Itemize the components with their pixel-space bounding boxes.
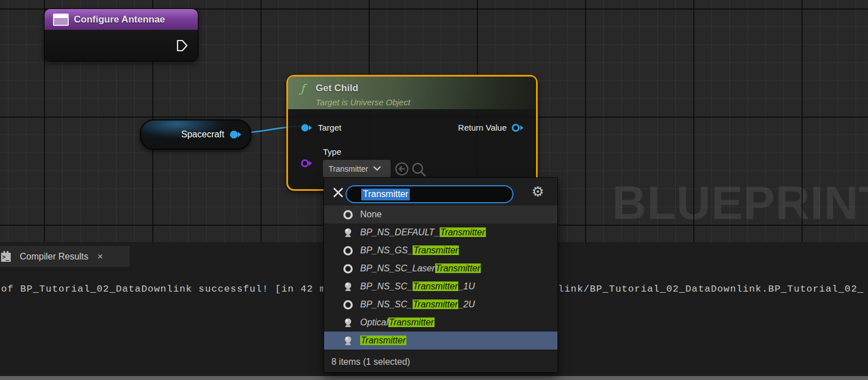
search-input[interactable]: Transmitter [346, 185, 513, 203]
browse-search-icon [413, 164, 426, 176]
dropdown-list: NoneBP_NS_DEFAULT_TransmitterBP_NS_GS_Tr… [324, 205, 557, 350]
list-item[interactable]: BP_NS_GS_Transmitter [324, 242, 557, 260]
list-item-label: BP_NS_SC_Transmitter_2U [360, 299, 475, 310]
class-circle-icon [341, 263, 355, 274]
actor-icon [341, 318, 355, 328]
list-item-label: BP_NS_DEFAULT_Transmitter [360, 227, 486, 238]
search-input-selected-text: Transmitter [361, 189, 410, 200]
spacecraft-output-pin[interactable] [229, 129, 242, 140]
spacecraft-node[interactable]: Spacecraft [140, 119, 251, 150]
tab-close-icon[interactable]: × [98, 251, 103, 262]
actor-icon [341, 227, 355, 238]
horizontal-scrollbar[interactable] [0, 376, 868, 380]
compiler-log-text: link/BP_Tutorial_02_DataDownlink.BP_Tuto… [558, 284, 868, 294]
return-value-pin-label: Return Value [458, 123, 507, 132]
list-item[interactable]: BP_NS_DEFAULT_Transmitter [324, 223, 557, 242]
class-picker-dropdown: Transmitter ⚙ NoneBP_NS_DEFAULT_Transmit… [324, 177, 558, 373]
asset-utility-icons [394, 161, 435, 177]
actor-icon [341, 281, 355, 292]
return-value-output-pin[interactable] [510, 123, 525, 133]
configure-antennae-node[interactable]: Configure Antennae [44, 8, 198, 61]
configure-antennae-header: Configure Antennae [45, 9, 198, 30]
target-input-pin[interactable] [299, 123, 314, 133]
list-item[interactable]: Transmitter [324, 332, 557, 350]
node-title: Configure Antennae [74, 14, 165, 25]
blueprint-editor: BLUEPRINT Configure Antennae Spacecraft [0, 0, 868, 380]
actor-icon [341, 336, 355, 346]
list-item-label: Transmitter [360, 336, 406, 346]
class-circle-icon [341, 245, 355, 256]
target-pin-label: Target [318, 123, 342, 132]
use-selected-icon [396, 163, 408, 175]
list-item[interactable]: OpticalTransmitter [324, 314, 557, 332]
type-dropdown[interactable]: Transmitter [323, 160, 391, 177]
type-pin-label: Type [323, 147, 342, 157]
spacecraft-label: Spacecraft [181, 129, 224, 140]
list-item-label: BP_NS_GS_Transmitter [360, 245, 459, 256]
class-circle-icon [341, 209, 355, 220]
compiler-results-tab[interactable]: >_ Compiler Results × [0, 246, 130, 267]
dropdown-footer: 8 items (1 selected) [324, 350, 557, 373]
list-item[interactable]: BP_NS_SC_LaserTransmitter [324, 260, 557, 278]
compiler-results-icon: >_ [1, 250, 13, 263]
type-input-pin[interactable] [299, 158, 314, 168]
clear-search-icon[interactable] [332, 186, 344, 199]
list-item-label: BP_NS_SC_LaserTransmitter [360, 263, 481, 274]
chevron-down-icon [373, 166, 381, 171]
list-item[interactable]: BP_NS_SC_Transmitter_2U [324, 296, 557, 314]
exec-output-pin[interactable] [176, 39, 188, 52]
list-item-label: None [360, 209, 382, 220]
list-item[interactable]: None [324, 205, 557, 223]
node-title: Get Child [316, 83, 358, 94]
items-count-label: 8 items (1 selected) [331, 357, 410, 367]
settings-gear-icon[interactable]: ⚙ [532, 184, 544, 200]
class-circle-icon [341, 299, 355, 310]
list-item-label: OpticalTransmitter [360, 318, 435, 328]
get-child-node[interactable]: ƒ Get Child Target is Universe Object Ta… [286, 75, 538, 191]
compiler-log-text: of BP_Tutorial_02_DataDownlink successfu… [1, 284, 324, 294]
list-item[interactable]: BP_NS_SC_Transmitter_1U [324, 278, 557, 296]
tab-label: Compiler Results [20, 252, 88, 262]
macro-icon [53, 14, 69, 26]
svg-text:>_: >_ [2, 254, 10, 261]
list-item-label: BP_NS_SC_Transmitter_1U [360, 281, 475, 292]
type-dropdown-value: Transmitter [329, 164, 368, 173]
function-icon: ƒ [300, 82, 304, 95]
node-subtitle: Target is Universe Object [316, 97, 410, 107]
